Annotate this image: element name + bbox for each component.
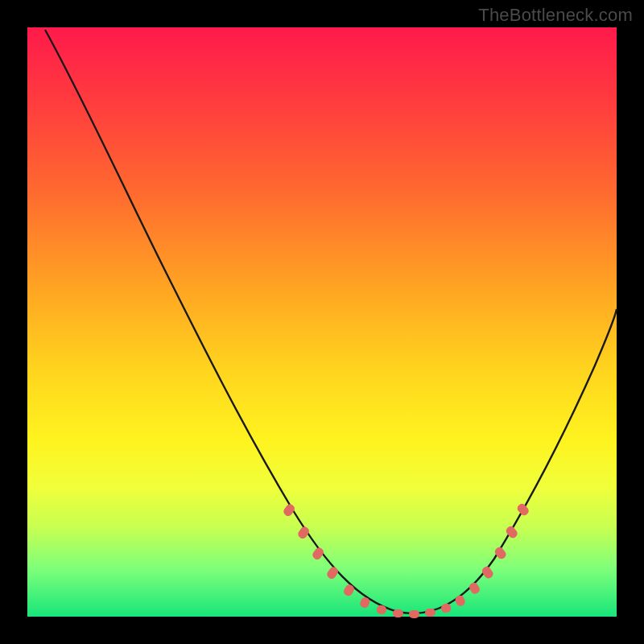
marker-dot bbox=[282, 502, 296, 518]
marker-dot bbox=[296, 525, 311, 540]
marker-dot bbox=[425, 609, 436, 617]
bottleneck-curve bbox=[45, 30, 617, 613]
marker-dot bbox=[468, 581, 481, 596]
marker-dot bbox=[440, 603, 452, 613]
outer-frame: TheBottleneck.com bbox=[0, 0, 644, 644]
marker-dot bbox=[311, 546, 325, 561]
marker-dot bbox=[516, 502, 530, 518]
plot-area bbox=[27, 27, 617, 617]
marker-dot bbox=[325, 565, 340, 580]
curve-svg bbox=[27, 27, 617, 617]
marker-dot bbox=[393, 609, 403, 617]
watermark-text: TheBottleneck.com bbox=[478, 5, 633, 26]
marker-dot bbox=[409, 610, 419, 618]
marker-dot bbox=[454, 594, 466, 607]
marker-dot bbox=[376, 605, 387, 615]
marker-dot bbox=[481, 565, 495, 580]
marker-dot bbox=[342, 583, 356, 597]
